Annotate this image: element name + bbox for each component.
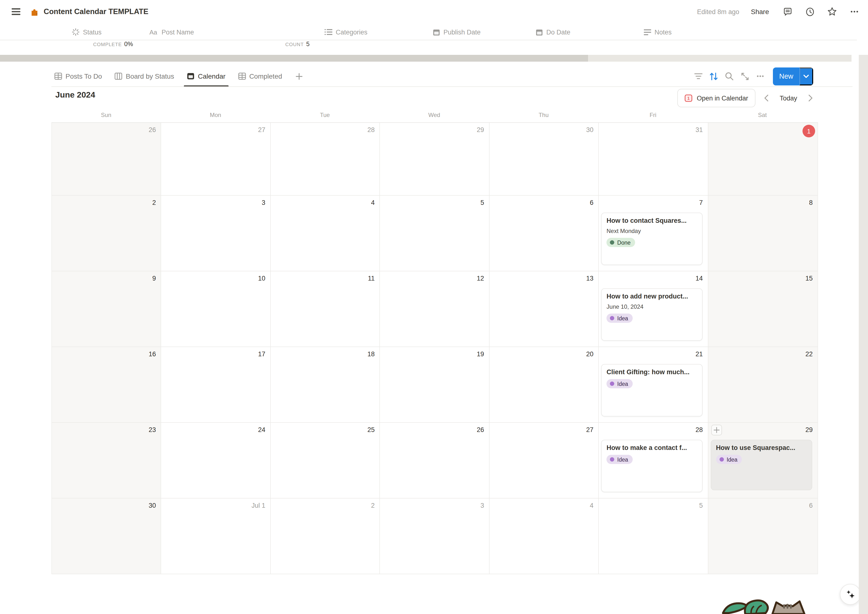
- comments-icon[interactable]: [781, 5, 794, 19]
- calendar-day-cell[interactable]: 14How to add new product...June 10, 2024…: [599, 271, 708, 347]
- search-icon[interactable]: [724, 70, 735, 82]
- calendar-day-cell[interactable]: 5: [380, 196, 490, 271]
- property-notes[interactable]: Notes: [644, 26, 672, 38]
- favorite-star-icon[interactable]: [825, 5, 839, 19]
- vertical-scrollbar[interactable]: [859, 55, 868, 614]
- notion-window: Content Calendar TEMPLATE Edited 8m ago …: [0, 0, 868, 614]
- event-title: Client Gifting: how much...: [606, 368, 697, 376]
- expand-icon[interactable]: [739, 70, 750, 82]
- calendar-day-cell[interactable]: 23: [52, 423, 161, 499]
- calendar-day-cell[interactable]: 25: [271, 423, 380, 499]
- calendar-day-cell[interactable]: 13: [489, 271, 599, 347]
- calendar-day-cell[interactable]: 4: [489, 499, 599, 574]
- menu-icon[interactable]: [10, 5, 22, 18]
- event-card[interactable]: How to contact Squares...Next MondayDone: [601, 213, 702, 265]
- day-number: 8: [809, 199, 813, 206]
- calendar-day-cell[interactable]: Jul 1: [161, 499, 271, 574]
- calendar-day-cell[interactable]: 20: [489, 347, 599, 423]
- calendar-day-cell[interactable]: 8: [708, 196, 818, 271]
- calendar-day-cell[interactable]: 6: [708, 499, 818, 574]
- day-number: 22: [805, 350, 813, 358]
- calendar-day-cell[interactable]: 27: [489, 423, 599, 499]
- day-number: 4: [371, 199, 375, 206]
- ai-sparkle-icon[interactable]: [840, 584, 861, 605]
- text-lines-icon: [644, 29, 651, 35]
- today-button[interactable]: Today: [778, 93, 799, 103]
- event-card[interactable]: How to add new product...June 10, 2024Id…: [601, 288, 702, 341]
- calendar-day-cell[interactable]: 19: [380, 347, 490, 423]
- calendar-day-cell[interactable]: 12: [380, 271, 490, 347]
- day-number: 31: [696, 126, 703, 134]
- day-number: 9: [152, 275, 156, 282]
- title-Aa-icon: Aa: [149, 29, 158, 36]
- calendar-day-cell[interactable]: 30: [52, 499, 161, 574]
- badge-label: Done: [617, 239, 631, 246]
- calendar-day-cell[interactable]: 7How to contact Squares...Next MondayDon…: [599, 196, 708, 271]
- calendar-day-cell[interactable]: 3: [161, 196, 271, 271]
- event-card[interactable]: How to make a contact f...Idea: [601, 440, 702, 492]
- calendar-day-cell[interactable]: 15: [708, 271, 818, 347]
- calendar-day-cell[interactable]: 28How to make a contact f...Idea: [599, 423, 708, 499]
- calendar-day-cell[interactable]: 6: [489, 196, 599, 271]
- history-clock-icon[interactable]: [803, 5, 817, 19]
- property-status[interactable]: Status: [72, 26, 102, 38]
- share-button[interactable]: Share: [748, 6, 772, 17]
- horizontal-scrollbar-thumb[interactable]: [0, 55, 588, 62]
- tab-label: Completed: [249, 72, 282, 80]
- event-card[interactable]: How to use Squarespac...Idea: [711, 440, 812, 490]
- tab-calendar[interactable]: Calendar: [184, 65, 228, 87]
- tab-label: Board by Status: [126, 72, 174, 80]
- tab-board-by-status[interactable]: Board by Status: [112, 65, 177, 87]
- event-card[interactable]: Client Gifting: how much...Idea: [601, 364, 702, 417]
- add-view-icon[interactable]: [292, 69, 306, 84]
- event-title: How to make a contact f...: [606, 444, 697, 451]
- next-month-icon[interactable]: [804, 92, 817, 104]
- view-more-icon[interactable]: [755, 70, 766, 82]
- calendar-day-cell[interactable]: 17: [161, 347, 271, 423]
- calendar-day-cell[interactable]: 22: [708, 347, 818, 423]
- property-publish-date[interactable]: Publish Date: [433, 26, 480, 38]
- property-categories[interactable]: Categories: [325, 26, 367, 38]
- calendar-day-cell[interactable]: 11: [271, 271, 380, 347]
- new-button[interactable]: New: [773, 67, 800, 85]
- calendar-day-cell[interactable]: 27: [161, 123, 271, 196]
- calendar-small-icon: [536, 28, 543, 36]
- calendar-day-cell[interactable]: 24: [161, 423, 271, 499]
- calendar-day-cell[interactable]: 10: [161, 271, 271, 347]
- filter-icon[interactable]: [692, 70, 704, 82]
- calendar-day-cell[interactable]: 26: [52, 123, 161, 196]
- calendar-day-cell[interactable]: 2: [271, 499, 380, 574]
- property-do-date[interactable]: Do Date: [536, 26, 570, 38]
- event-date: Next Monday: [606, 228, 697, 235]
- open-in-calendar-button[interactable]: 1 Open in Calendar: [677, 89, 755, 107]
- horizontal-scrollbar-track[interactable]: [588, 55, 851, 62]
- tab-completed[interactable]: Completed: [235, 65, 285, 87]
- calendar-day-cell[interactable]: 26: [380, 423, 490, 499]
- day-number: 2: [152, 199, 156, 206]
- calendar-day-cell[interactable]: 30: [489, 123, 599, 196]
- calendar-day-cell[interactable]: 31: [599, 123, 708, 196]
- tab-posts-to-do[interactable]: Posts To Do: [51, 65, 105, 87]
- calendar-day-cell[interactable]: 3: [380, 499, 490, 574]
- day-number: 6: [809, 502, 813, 509]
- calendar-day-cell[interactable]: 4: [271, 196, 380, 271]
- header-divider: [0, 40, 857, 40]
- add-event-icon[interactable]: [711, 425, 722, 435]
- calendar-day-cell[interactable]: 5: [599, 499, 708, 574]
- new-dropdown-icon[interactable]: [800, 67, 813, 85]
- calendar-day-cell[interactable]: 29: [380, 123, 490, 196]
- calendar-day-cell[interactable]: 16: [52, 347, 161, 423]
- property-post-name[interactable]: Aa Post Name: [149, 26, 194, 38]
- calendar-day-cell[interactable]: 28: [271, 123, 380, 196]
- calendar-day-cell[interactable]: 18: [271, 347, 380, 423]
- property-label: Status: [83, 28, 102, 36]
- calendar-day-cell[interactable]: 9: [52, 271, 161, 347]
- breadcrumb[interactable]: Content Calendar TEMPLATE: [30, 7, 149, 16]
- sort-icon[interactable]: [708, 70, 719, 82]
- prev-month-icon[interactable]: [760, 92, 773, 104]
- calendar-day-cell[interactable]: 2: [52, 196, 161, 271]
- calendar-day-cell[interactable]: 1: [708, 123, 818, 196]
- calendar-day-cell[interactable]: 21Client Gifting: how much...Idea: [599, 347, 708, 423]
- calendar-day-cell[interactable]: 29How to use Squarespac...Idea: [708, 423, 818, 499]
- more-options-icon[interactable]: [848, 5, 861, 19]
